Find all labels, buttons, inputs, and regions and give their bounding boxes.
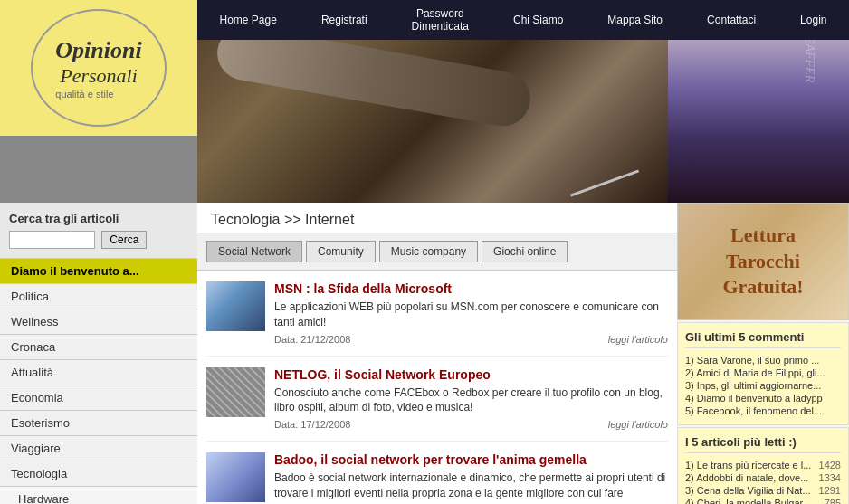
main-layout: Cerca tra gli articoli Cerca Diamo il be… [0, 203, 849, 504]
article-badoo-image [206, 452, 265, 502]
sidebar-item-attualita[interactable]: Attualità [0, 360, 197, 385]
article-netlog-date: Data: 17/12/2008 [274, 419, 350, 430]
article-badoo: Badoo, il social network per trovare l'a… [206, 442, 668, 504]
ad-line2: Gratuita! [722, 275, 803, 298]
search-input[interactable] [9, 231, 95, 249]
tabs-bar: Social Network Comunity Music company Gi… [197, 233, 677, 271]
popular-count-3: 1291 [819, 485, 841, 496]
sidebar-item-tecnologia[interactable]: Tecnologia [0, 461, 197, 487]
banner-right: SHEAFFER [668, 40, 849, 203]
comments-title: Gli ultimi 5 commenti [685, 330, 841, 348]
logo-sub: qualità e stile [55, 89, 141, 100]
popular-label-4: 4) Cheri, la modella Bulgar... [685, 498, 811, 504]
article-msn-desc: Le applicazioni WEB più popolari su MSN.… [274, 300, 668, 330]
article-netlog-meta: Data: 17/12/2008 leggi l'articolo [274, 419, 668, 430]
top-row: Opinioni Personali qualità e stile Home … [0, 0, 849, 203]
article-msn-title[interactable]: MSN : la Sfida della Microsoft [274, 281, 668, 296]
article-msn: MSN : la Sfida della Microsoft Le applic… [206, 271, 668, 357]
article-msn-date: Data: 21/12/2008 [274, 334, 350, 345]
breadcrumb: Tecnologia >> Internet [211, 212, 663, 228]
logo-area: Opinioni Personali qualità e stile [0, 0, 197, 203]
sidebar-item-hardware[interactable]: Hardware [0, 487, 197, 504]
comments-box: Gli ultimi 5 commenti 1) Sara Varone, il… [677, 322, 849, 425]
main-nav: Home Page Registrati PasswordDimenticata… [197, 0, 849, 40]
content-area: Tecnologia >> Internet Social Network Co… [197, 203, 677, 504]
ad-box[interactable]: Lettura Tarocchi Gratuita! [677, 203, 849, 320]
article-badoo-title[interactable]: Badoo, il social network per trovare l'a… [274, 452, 668, 467]
popular-item-4: 4) Cheri, la modella Bulgar... 785 [685, 497, 841, 504]
logo-text-block: Opinioni Personali qualità e stile [55, 36, 141, 100]
nav-register[interactable]: Registrati [312, 6, 377, 33]
comment-4: 4) Diamo il benvenuto a ladypp [685, 392, 841, 404]
sidebar-item-esoterismo[interactable]: Esoterismo [0, 411, 197, 436]
logo-line1: Opinioni [55, 36, 141, 64]
article-netlog-link[interactable]: leggi l'articolo [608, 419, 668, 430]
comment-3: 3) Inps, gli ultimi aggiornarne... [685, 379, 841, 392]
popular-box: I 5 articoli più letti :) 1) Le trans pi… [677, 427, 849, 504]
popular-count-2: 1334 [819, 472, 841, 483]
comment-2: 2) Amici di Maria de Filippi, gli... [685, 366, 841, 379]
article-netlog: NETLOG, il Social Network Europeo Conosc… [206, 357, 668, 442]
sidebar-menu: Diamo il benvenuto a... Politica Wellnes… [0, 259, 197, 504]
article-netlog-image [206, 367, 265, 417]
nav-mappa[interactable]: Mappa Sito [598, 6, 672, 33]
nav-chi-siamo[interactable]: Chi Siamo [504, 6, 572, 33]
search-box: Cerca tra gli articoli Cerca [0, 203, 197, 259]
ad-line1: Lettura Tarocchi [726, 223, 800, 272]
popular-count-1: 1428 [819, 460, 841, 471]
nav-home[interactable]: Home Page [211, 6, 286, 33]
sidebar-item-viaggiare[interactable]: Viaggiare [0, 436, 197, 461]
tab-giochi-online[interactable]: Giochi online [482, 241, 568, 262]
popular-list: 1) Le trans più ricercate e l... 1428 2)… [685, 459, 841, 504]
comments-list: 1) Sara Varone, il suo primo ... 2) Amic… [685, 354, 841, 417]
site-logo[interactable]: Opinioni Personali qualità e stile [0, 0, 197, 136]
article-msn-body: MSN : la Sfida della Microsoft Le applic… [274, 281, 668, 345]
top-right: Home Page Registrati PasswordDimenticata… [197, 0, 849, 203]
articles-list: MSN : la Sfida della Microsoft Le applic… [197, 271, 677, 504]
nav-password[interactable]: PasswordDimenticata [403, 0, 478, 40]
content-header: Tecnologia >> Internet [197, 203, 677, 233]
popular-item-1: 1) Le trans più ricercate e l... 1428 [685, 459, 841, 471]
banner-scroll-text: SHEAFFER [802, 40, 816, 82]
article-netlog-body: NETLOG, il Social Network Europeo Conosc… [274, 367, 668, 431]
banner-image: SHEAFFER [197, 40, 849, 203]
popular-label-1: 1) Le trans più ricercate e l... [685, 460, 811, 471]
article-badoo-body: Badoo, il social network per trovare l'a… [274, 452, 668, 504]
logo-line2: Personali [55, 64, 141, 88]
nav-login[interactable]: Login [791, 6, 835, 33]
pen-body [213, 40, 534, 130]
search-button[interactable]: Cerca [101, 231, 147, 249]
popular-count-4: 785 [825, 498, 841, 504]
tab-comunity[interactable]: Comunity [306, 241, 376, 262]
sidebar-item-benvenuto[interactable]: Diamo il benvenuto a... [0, 259, 197, 284]
nav-contattaci[interactable]: Contattaci [698, 6, 765, 33]
article-netlog-title[interactable]: NETLOG, il Social Network Europeo [274, 367, 668, 382]
popular-title: I 5 articoli più letti :) [685, 435, 841, 453]
comment-5: 5) Facebook, il fenomeno del... [685, 404, 841, 417]
sidebar-item-politica[interactable]: Politica [0, 284, 197, 309]
banner-left [197, 40, 668, 203]
popular-item-2: 2) Addobbi di natale, dove... 1334 [685, 471, 841, 484]
tab-social-network[interactable]: Social Network [206, 241, 302, 262]
popular-label-3: 3) Cena della Vigilia di Nat... [685, 485, 811, 496]
comment-1: 1) Sara Varone, il suo primo ... [685, 354, 841, 366]
article-netlog-desc: Conosciuto anche come FACEbox o Redbox p… [274, 385, 668, 416]
search-label: Cerca tra gli articoli [9, 212, 188, 225]
popular-label-2: 2) Addobbi di natale, dove... [685, 472, 808, 483]
article-msn-meta: Data: 21/12/2008 leggi l'articolo [274, 334, 668, 345]
sidebar-item-cronaca[interactable]: Cronaca [0, 335, 197, 360]
right-sidebar: Lettura Tarocchi Gratuita! Gli ultimi 5 … [677, 203, 849, 504]
logo-inner: Opinioni Personali qualità e stile [31, 9, 167, 127]
pen-nib [570, 169, 639, 196]
article-msn-link[interactable]: leggi l'articolo [608, 334, 668, 345]
sidebar-item-wellness[interactable]: Wellness [0, 309, 197, 335]
article-msn-image [206, 281, 265, 331]
ad-text: Lettura Tarocchi Gratuita! [692, 223, 835, 300]
tab-music-company[interactable]: Music company [379, 241, 478, 262]
sidebar-item-economia[interactable]: Economia [0, 385, 197, 411]
article-badoo-desc: Badoo è social network internazionale e … [274, 471, 668, 501]
popular-item-3: 3) Cena della Vigilia di Nat... 1291 [685, 484, 841, 497]
sidebar: Cerca tra gli articoli Cerca Diamo il be… [0, 203, 197, 504]
